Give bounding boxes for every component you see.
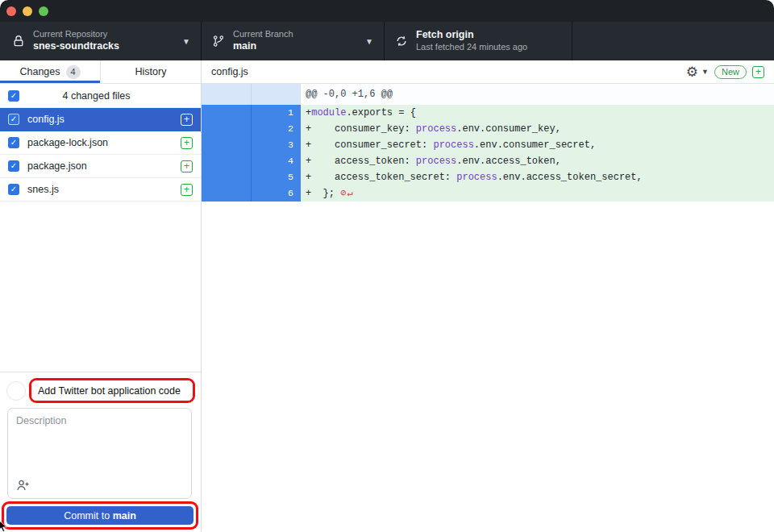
diff-line: 3+ consumer_secret: process.env.consumer…: [202, 137, 774, 153]
hunk-gutter-old: [202, 84, 251, 105]
chevron-down-icon: ▼: [182, 37, 190, 46]
file-checkbox[interactable]: ✓: [8, 114, 19, 125]
old-line-gutter[interactable]: [202, 137, 251, 153]
annotation-highlight-commit-button: Commit to main: [2, 501, 198, 530]
file-name: package-lock.json: [27, 137, 181, 148]
mouse-cursor: [0, 520, 10, 532]
code-text: + access_token_secret: process.env.acces…: [301, 169, 774, 185]
maximize-button[interactable]: [39, 6, 48, 16]
file-name: config.js: [27, 114, 181, 125]
minimize-button[interactable]: [23, 6, 32, 16]
new-line-number[interactable]: 1: [251, 105, 301, 121]
code-text: + access_token: process.env.access_token…: [301, 153, 774, 169]
diff-line: 2+ consumer_key: process.env.consumer_ke…: [202, 121, 774, 137]
code-text: +module.exports = {: [301, 105, 774, 121]
annotation-highlight-summary: [29, 378, 195, 403]
avatar: [6, 381, 26, 401]
changes-count-badge: 4: [66, 65, 81, 79]
repository-label: Current Repository: [33, 29, 119, 40]
added-plus-icon: +: [181, 114, 193, 126]
new-line-number[interactable]: 6: [251, 185, 301, 202]
file-list: ✓config.js+✓package-lock.json+✓package.j…: [0, 108, 201, 202]
tab-history-label: History: [135, 66, 167, 77]
new-line-number[interactable]: 2: [251, 121, 301, 137]
repository-name: snes-soundtracks: [33, 40, 119, 53]
commit-description-input[interactable]: [8, 409, 191, 472]
description-box: [7, 408, 192, 499]
branch-name: main: [233, 40, 293, 53]
diff-file-header: config.js ⚙▼ New +: [202, 60, 774, 84]
added-plus-icon: +: [181, 184, 193, 196]
diff-line: 6+ }; ⊘↵: [202, 185, 774, 202]
file-row[interactable]: ✓package.json+: [0, 155, 201, 178]
old-line-gutter[interactable]: [202, 169, 251, 185]
diff-view: config.js ⚙▼ New + @@ -0,0 +1,6 @@ 1+mod…: [202, 60, 774, 532]
branch-selector[interactable]: Current Branch main ▼: [202, 22, 385, 60]
toolbar: Current Repository snes-soundtracks ▼ Cu…: [0, 22, 774, 60]
code-text: + }; ⊘↵: [301, 185, 774, 202]
diff-line: 4+ access_token: process.env.access_toke…: [202, 153, 774, 169]
fetch-status: Last fetched 24 minutes ago: [416, 42, 527, 53]
changed-files-count: 4 changed files: [19, 90, 173, 102]
fetch-label: Fetch origin: [416, 29, 527, 42]
lock-icon: [11, 35, 25, 48]
github-desktop-window: Current Repository snes-soundtracks ▼ Cu…: [0, 0, 774, 532]
old-line-gutter[interactable]: [202, 105, 251, 121]
file-checkbox[interactable]: ✓: [8, 160, 19, 172]
file-name: snes.js: [27, 184, 181, 195]
old-line-gutter[interactable]: [202, 185, 251, 202]
repository-selector[interactable]: Current Repository snes-soundtracks ▼: [0, 22, 202, 60]
new-line-number[interactable]: 4: [251, 153, 301, 169]
diff-line: 1+module.exports = {: [202, 105, 774, 121]
diff-file-name: config.js: [211, 66, 248, 77]
file-checkbox[interactable]: ✓: [8, 184, 19, 195]
add-coauthor-icon[interactable]: [16, 479, 31, 492]
file-name: package.json: [27, 160, 181, 172]
fetch-origin-button[interactable]: Fetch origin Last fetched 24 minutes ago: [385, 22, 572, 60]
hunk-gutter-new: [251, 84, 301, 105]
diff-line: 5+ access_token_secret: process.env.acce…: [202, 169, 774, 185]
titlebar: [0, 0, 774, 22]
added-plus-icon: +: [181, 160, 193, 172]
tab-history[interactable]: History: [101, 60, 201, 83]
commit-button-branch: main: [113, 510, 136, 522]
select-all-checkbox[interactable]: ✓: [8, 90, 19, 102]
no-newline-icon: ⊘↵: [340, 188, 353, 199]
close-button[interactable]: [6, 6, 16, 16]
sidebar-tabs: Changes 4 History: [0, 60, 201, 84]
new-line-number[interactable]: 5: [251, 169, 301, 185]
file-row[interactable]: ✓config.js+: [0, 108, 201, 131]
file-row[interactable]: ✓snes.js+: [0, 178, 201, 202]
diff-lines: 1+module.exports = {2+ consumer_key: pro…: [202, 105, 774, 202]
commit-button[interactable]: Commit to main: [6, 506, 194, 525]
tab-changes-label: Changes: [19, 66, 60, 77]
diff-options-button[interactable]: ⚙▼: [686, 65, 709, 79]
commit-form: Commit to main: [0, 372, 201, 532]
chevron-down-icon: ▼: [701, 69, 709, 76]
new-line-number[interactable]: 3: [251, 137, 301, 153]
changes-sidebar: Changes 4 History ✓ 4 changed files ✓con…: [0, 60, 202, 532]
git-branch-icon: [211, 35, 225, 48]
new-file-badge: New: [714, 65, 747, 79]
hunk-header-text: @@ -0,0 +1,6 @@: [301, 84, 774, 105]
added-plus-icon: +: [181, 137, 193, 149]
branch-label: Current Branch: [233, 29, 293, 40]
code-text: + consumer_secret: process.env.consumer_…: [301, 137, 774, 153]
old-line-gutter[interactable]: [202, 121, 251, 137]
added-plus-icon: +: [752, 66, 764, 78]
file-row[interactable]: ✓package-lock.json+: [0, 131, 201, 155]
code-text: + consumer_key: process.env.consumer_key…: [301, 121, 774, 137]
chevron-down-icon: ▼: [365, 37, 373, 46]
hunk-header-row: @@ -0,0 +1,6 @@: [202, 84, 774, 105]
old-line-gutter[interactable]: [202, 153, 251, 169]
file-checkbox[interactable]: ✓: [8, 137, 19, 148]
sync-icon: [394, 35, 408, 48]
files-header: ✓ 4 changed files: [0, 84, 201, 108]
tab-changes[interactable]: Changes 4: [0, 60, 101, 83]
commit-summary-input[interactable]: [31, 380, 193, 401]
